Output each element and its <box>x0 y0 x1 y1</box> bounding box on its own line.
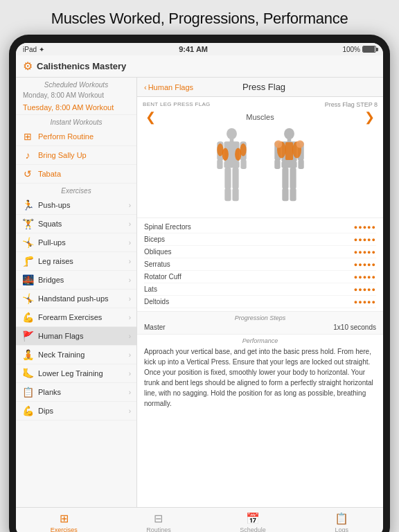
muscles-section-label: Muscles <box>246 113 274 121</box>
svg-point-32 <box>296 140 303 148</box>
svg-rect-26 <box>290 167 296 189</box>
progression-master-label: Master <box>144 323 166 331</box>
muscle-dots: ●●●●● <box>354 299 376 305</box>
leg-raises-chevron: › <box>129 258 131 265</box>
muscle-dots: ●●●●● <box>354 261 376 268</box>
neck-chevron: › <box>129 351 131 359</box>
neck-icon: 🧘 <box>21 349 34 360</box>
exercise-squats[interactable]: 🏋 Squats › <box>16 215 136 233</box>
svg-rect-8 <box>224 167 231 189</box>
diagram-labels: BENT LEG PRESS FLAG Press Flag STEP 8 <box>143 101 378 108</box>
svg-rect-22 <box>298 159 303 169</box>
instant-label: Instant Workouts <box>16 115 136 127</box>
exercises-tab-icon: ⊞ <box>60 512 69 525</box>
exercise-planks[interactable]: 📋 Planks › <box>16 383 136 402</box>
performance-text: Approach your vertical base, and get int… <box>144 346 376 409</box>
page-title: Muscles Worked, Progressions, Performanc… <box>37 0 362 35</box>
schedule-tab-icon: 📅 <box>246 512 260 525</box>
lower-leg-chevron: › <box>129 370 131 378</box>
scheduled-label: Scheduled Workouts <box>16 78 136 90</box>
left-panel: Scheduled Workouts Monday, 8:00 AM Worko… <box>16 78 137 507</box>
muscle-name: Spinal Erectors <box>144 223 191 231</box>
battery-icon <box>362 46 376 53</box>
tab-bar: ⊞ Exercises ⊟ Routines 📅 Schedule 📋 Logs <box>16 507 383 532</box>
logs-tab-label: Logs <box>335 526 348 532</box>
progression-header: Progression Steps <box>144 314 376 321</box>
muscle-name: Obliques <box>144 248 171 256</box>
exercise-pushups[interactable]: 🏃 Push-ups › <box>16 196 136 215</box>
performance-header: Performance <box>144 337 376 344</box>
muscle-name: Rotator Cuff <box>144 273 181 281</box>
planks-label: Planks <box>38 388 61 396</box>
planks-icon: 📋 <box>21 387 34 398</box>
leg-raises-icon: 🦵 <box>21 256 34 267</box>
instant-tabata[interactable]: ↺ Tabata <box>16 165 136 184</box>
bridges-icon: 🌉 <box>21 274 34 285</box>
svg-point-14 <box>217 143 223 156</box>
status-bar: iPad ✦ 9:41 AM 100% <box>16 43 383 55</box>
logs-tab-icon: 📋 <box>335 512 348 525</box>
exercise-neck[interactable]: 🧘 Neck Training › <box>16 346 136 364</box>
back-chevron-icon: ‹ <box>144 83 147 91</box>
muscle-spinal-erectors: Spinal Erectors ●●●●● <box>144 221 376 233</box>
exercise-dips[interactable]: 💪 Dips › <box>16 402 136 420</box>
svg-rect-27 <box>290 188 296 201</box>
instant-bring-sally[interactable]: ♪ Bring Sally Up <box>16 146 136 165</box>
muscle-biceps: Biceps ●●●●● <box>144 233 376 246</box>
instant-perform-routine[interactable]: ⊞ Perform Routine <box>16 127 136 146</box>
muscle-obliques: Obliques ●●●●● <box>144 246 376 258</box>
exercise-bridges[interactable]: 🌉 Bridges › <box>16 271 136 290</box>
tab-routines[interactable]: ⊟ Routines <box>139 511 178 532</box>
exercises-label: Exercises <box>16 184 136 196</box>
muscle-rotator-cuff: Rotator Cuff ●●●●● <box>144 271 376 283</box>
status-left: iPad ✦ <box>23 46 44 53</box>
body-diagram: BENT LEG PRESS FLAG Press Flag STEP 8 ❮ … <box>137 97 383 218</box>
handstand-icon: 🤸 <box>21 293 34 304</box>
svg-rect-23 <box>281 161 296 168</box>
progression-section: Progression Steps Master 1x10 seconds <box>137 311 383 335</box>
status-device: iPad ✦ <box>23 46 44 53</box>
tabata-label: Tabata <box>38 170 61 178</box>
right-header: ‹ Human Flags Press Flag <box>137 78 383 97</box>
status-time: 9:41 AM <box>179 45 208 53</box>
muscle-dots: ●●●●● <box>354 249 376 256</box>
exercise-forearm[interactable]: 💪 Forearm Exercises › <box>16 308 136 327</box>
svg-point-15 <box>240 143 246 156</box>
prev-arrow[interactable]: ❮ <box>145 109 156 125</box>
exercise-handstand[interactable]: 🤸 Handstand push-ups › <box>16 290 136 308</box>
tab-schedule[interactable]: 📅 Schedule <box>233 511 273 532</box>
pullups-label: Pull-ups <box>38 238 66 247</box>
battery-percent: 100% <box>342 46 360 53</box>
svg-point-0 <box>227 128 237 140</box>
step-label-right: Press Flag STEP 8 <box>325 101 378 108</box>
exercise-pullups[interactable]: 🤸 Pull-ups › <box>16 233 136 252</box>
exercise-human-flags[interactable]: 🚩 Human Flags › <box>16 327 136 346</box>
dips-chevron: › <box>129 407 131 415</box>
svg-point-16 <box>284 128 294 140</box>
tuesday-workout[interactable]: Tuesday, 8:00 AM Workout <box>16 100 136 115</box>
svg-rect-20 <box>274 159 280 169</box>
lower-leg-label: Lower Leg Training <box>38 369 103 378</box>
sally-label: Bring Sally Up <box>38 151 87 159</box>
exercise-lower-leg[interactable]: 🦶 Lower Leg Training › <box>16 364 136 383</box>
svg-rect-4 <box>217 159 222 169</box>
tab-logs[interactable]: 📋 Logs <box>328 511 355 532</box>
forearm-chevron: › <box>129 314 131 321</box>
exercise-leg-raises[interactable]: 🦵 Leg raises › <box>16 252 136 271</box>
next-arrow[interactable]: ❯ <box>364 109 375 125</box>
muscle-name: Biceps <box>144 236 165 243</box>
tab-exercises[interactable]: ⊞ Exercises <box>44 511 85 532</box>
svg-rect-11 <box>232 188 238 201</box>
dips-icon: 💪 <box>21 405 34 416</box>
bridges-chevron: › <box>129 276 131 284</box>
svg-rect-6 <box>240 159 246 169</box>
svg-point-31 <box>274 140 282 148</box>
muscles-section: Spinal Erectors ●●●●● Biceps ●●●●● Obliq… <box>137 218 383 311</box>
pushups-chevron: › <box>129 202 131 209</box>
routine-label: Perform Routine <box>38 132 94 141</box>
back-label: Human Flags <box>148 83 193 91</box>
back-button[interactable]: ‹ Human Flags <box>144 83 193 91</box>
routine-icon: ⊞ <box>21 131 34 142</box>
progression-row: Master 1x10 seconds <box>144 323 376 331</box>
gear-icon[interactable]: ⚙ <box>23 60 33 73</box>
